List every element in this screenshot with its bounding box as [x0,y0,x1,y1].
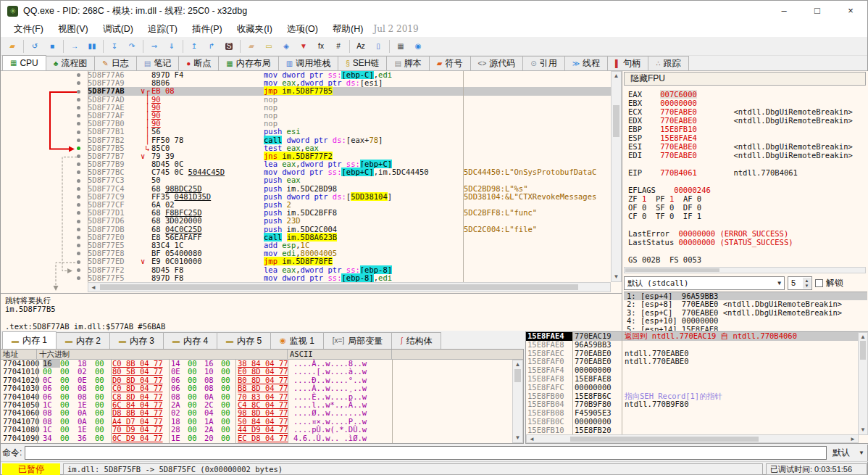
unlock-checkbox[interactable] [815,279,823,287]
stack-panel[interactable]: 15E8FAE4770EAC19返回到 ntdll.770EAC19 自 ntd… [525,331,868,444]
tab-调用堆栈[interactable]: ▥调用堆栈 [278,56,338,70]
toolbar-step-into-icon[interactable]: ↧ [106,38,123,54]
stack-row[interactable]: 15E8FAFC00000000 [526,384,868,392]
toolbar-label-icon[interactable]: ◈ [277,38,295,54]
disasm-row[interactable]: 5D8F77F5897D F8mov dword ptr ss:[ebp-8],… [1,274,622,282]
tab-断点[interactable]: ●断点 [178,56,219,70]
register-line[interactable]: ECX 770EABE0 <ntdll.DbgUiRemoteBreakin> [628,107,867,116]
menu-帮助(H)[interactable]: 帮助(H) [325,22,370,37]
stack-row[interactable]: 15E8FB1015E8FB20 [526,426,868,435]
disasm-hscrollbar[interactable]: ◄ [88,282,611,292]
register-line[interactable]: ESI 770EABE0 <ntdll.DbgUiRemoteBreakin> [628,142,867,151]
tab-内存 3[interactable]: ▬内存 3 [109,332,164,349]
registers-hscrollbar[interactable] [624,267,866,273]
tab-源代码[interactable]: <>源代码 [470,56,524,70]
command-input[interactable] [25,446,827,460]
toolbar-ordinal-icon[interactable]: # [330,38,347,54]
register-line[interactable] [628,247,867,255]
tab-内存 2[interactable]: ▬内存 2 [56,332,110,349]
register-line[interactable]: EDI 770EABE0 <ntdll.DbgUiRemoteBreakin> [628,151,867,160]
disassembly-panel[interactable]: 5D8F77A6897D F4mov dword ptr ss:[ebp-C],… [1,71,622,293]
tab-内存布局[interactable]: ▦内存布局 [218,56,278,70]
tab-局部变量[interactable]: [x=]局部变量 [323,332,392,349]
tab-引用[interactable]: ⊙引用 [522,56,564,70]
register-line[interactable]: LastError 00000000 (ERROR_SUCCESS) [628,229,867,238]
toolbar-trace-into-icon[interactable]: ⇓ [163,38,180,54]
close-button[interactable]: × [834,1,867,21]
tab-内存 5[interactable]: ▬内存 5 [217,332,271,349]
tab-符号[interactable]: ▰符号 [429,56,471,70]
register-line[interactable]: EAX 007C6000 [628,90,867,99]
stack-row[interactable]: 15E8FAF815E8FAE8 [526,375,868,384]
register-line[interactable]: OF 0 SF 0 DF 0 [628,203,867,212]
memory-row[interactable]: 77041090340036000C D9 04 771E002000EC D8… [1,434,523,442]
menu-选项(O)[interactable]: 选项(O) [280,22,325,37]
calling-convention-select[interactable]: 默认 (stdcall)▼ [624,276,785,290]
menu-插件(P)[interactable]: 插件(P) [185,22,230,37]
menu-收藏夹(I)[interactable]: 收藏夹(I) [230,22,280,37]
toolbar-pause-icon[interactable]: ▮▮ [83,38,101,54]
minimize-button[interactable]: – [767,1,801,21]
tab-脚本[interactable]: ▤脚本 [386,56,429,70]
tab-句柄[interactable]: ▌句柄 [607,56,648,70]
toolbar-execute-till-return-icon[interactable]: ⇒ [146,38,163,54]
register-line[interactable]: ZF 1 PF 1 AF 0 [628,194,867,203]
toolbar-step-out-icon[interactable]: ↥ [185,38,203,54]
toolbar-restart-icon[interactable]: ↺ [26,38,43,54]
toolbar-run-icon[interactable]: → [66,38,83,54]
tab-SEH链[interactable]: §SEH链 [338,56,387,70]
toolbar-bookmark-icon[interactable]: ▼ [295,38,312,54]
tab-线程[interactable]: ≫线程 [564,56,608,70]
tab-内存 1[interactable]: ▬内存 1 [2,331,57,349]
toolbar-close-icon[interactable]: ■ [43,38,61,54]
tab-监视 1[interactable]: ◉监视 1 [270,332,324,349]
toolbar-function-icon[interactable]: fx [312,38,330,54]
tab-CPU[interactable]: ▦CPU [2,55,46,70]
stack-vscrollbar[interactable]: ▲ ▼ [858,332,868,435]
toolbar-scylla-icon[interactable]: S [220,38,238,54]
tab-内存 4[interactable]: ▬内存 4 [163,332,217,349]
register-line[interactable]: EBP 15E8FB10 [628,125,867,133]
menu-调试(D)[interactable]: 调试(D) [96,22,141,37]
register-line[interactable]: LastStatus 00000000 (STATUS_SUCCESS) [628,238,867,247]
call-arguments-list[interactable]: 1: [esp+4] 96A59BB32: [esp+8] 770EABE0 <… [624,292,867,331]
registers-panel[interactable]: 隐藏FPU EAX 007C6000EBX 00000000ECX 770EAB… [622,71,868,331]
argument-row[interactable]: 4: [esp+10] 00000000 [624,317,867,325]
memory-row[interactable]: 770410801C001E0070 D9 04 7728002A0044 D9… [1,426,523,434]
register-line[interactable] [628,160,867,168]
maximize-button[interactable]: □ [801,1,834,21]
stack-row[interactable]: 15E8FAE896A59BB3 [526,341,868,350]
disasm-vscrollbar[interactable]: ▲ ▼ [611,71,622,282]
memory-dump-panel[interactable]: 地址 十六进制 ASCII 7704100016001800C0 8B 04 7… [1,349,524,444]
tab-流程图[interactable]: ♣流程图 [46,56,96,70]
menu-追踪(T)[interactable]: 追踪(T) [141,22,185,37]
toolbar-step-over-icon[interactable]: ↷ [123,38,141,54]
stack-hscrollbar[interactable]: ◄ ► [526,434,859,443]
argument-row[interactable]: 5: [esp+14] 15E8FAE8 [624,326,867,331]
spinner-down-icon[interactable]: ▼ [803,283,811,289]
toolbar-patch-icon[interactable]: ▰ [243,38,260,54]
stack-row[interactable]: 15E8FB0C00000000 [526,418,868,426]
argument-count-spinner[interactable]: 5 ▲ ▼ [788,276,812,290]
register-line[interactable]: CF 0 TF 0 IF 1 [628,212,867,220]
tab-笔记[interactable]: ▤笔记 [136,56,179,70]
menu-文件(F)[interactable]: 文件(F) [7,22,51,37]
command-mode-select[interactable]: 默认▼ [830,446,867,460]
menu-视图(V)[interactable]: 视图(V) [51,22,96,37]
register-line[interactable] [628,177,867,186]
memory-row[interactable]: 7704103006000800C0 8D 04 7706000800B8 8D… [1,384,523,392]
toolbar-source-device-icon[interactable]: ▯ [370,38,387,54]
register-line[interactable]: EIP 770B4061 ntdll.770B4061 [628,168,867,177]
hide-fpu-button[interactable]: 隐藏FPU [624,72,866,86]
toolbar-calculator-icon[interactable]: ▦ [392,38,409,54]
tab-结构体[interactable]: ʃ结构体 [391,332,441,349]
register-line[interactable]: ESP 15E8FAE4 [628,133,867,142]
register-line[interactable]: GS 002B FS 0053 [628,255,867,264]
register-line[interactable]: EBX 00000000 [628,99,867,107]
register-line[interactable]: EDX 770EABE0 <ntdll.DbgUiRemoteBreakin> [628,116,867,125]
register-list[interactable]: EAX 007C6000EBX 00000000ECX 770EABE0 <nt… [628,90,867,264]
toolbar-text-icon[interactable]: Az [352,38,370,54]
register-line[interactable] [628,220,867,229]
toolbar-run-to-user-icon[interactable]: ↱ [203,38,220,54]
toolbar-internet-icon[interactable]: ◉ [409,38,427,54]
